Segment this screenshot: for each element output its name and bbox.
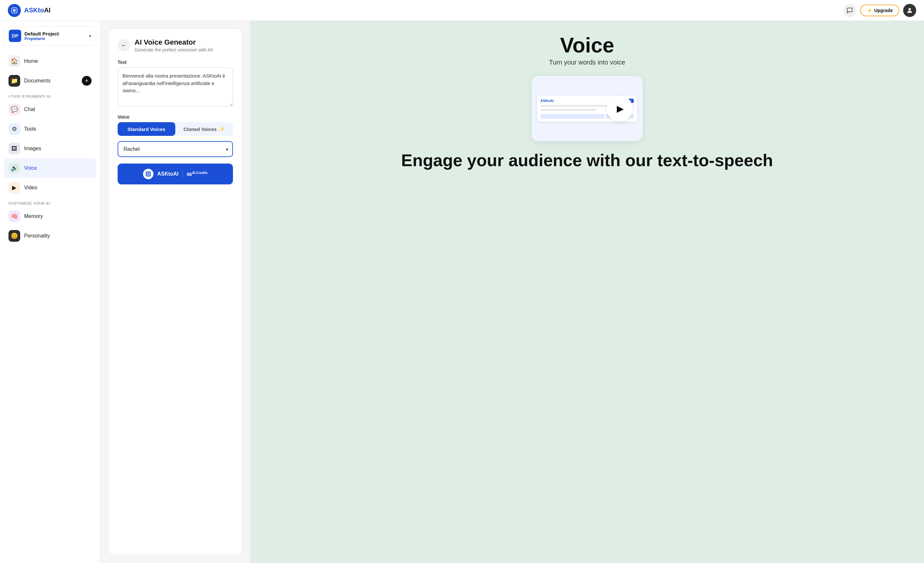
voice-nav-icon: 🔊 xyxy=(9,162,20,174)
images-nav-icon: 🖼 xyxy=(9,143,20,155)
logo-text: ASKtoAI xyxy=(24,6,51,14)
user-avatar[interactable] xyxy=(903,4,916,17)
navbar-right: ⚡ Upgrade xyxy=(843,4,916,17)
panel-title-block: AI Voice Geneator Generate the prefect v… xyxy=(135,38,213,53)
standard-voices-tab[interactable]: Standard Voices xyxy=(118,122,175,136)
upgrade-button[interactable]: ⚡ Upgrade xyxy=(860,5,899,16)
center-panel: ← AI Voice Geneator Generate the prefect… xyxy=(100,21,250,563)
sidebar-item-home[interactable]: 🏠 Home xyxy=(4,51,96,71)
logo-ask: ASK xyxy=(24,6,38,14)
bolt-icon: ⚡ xyxy=(867,8,872,13)
sidebar-item-documents[interactable]: 📁 Documents + xyxy=(4,71,96,90)
sidebar-item-chat[interactable]: 💬 Chat xyxy=(4,100,96,119)
project-selector[interactable]: DP Default Project Propietario ▾ xyxy=(4,26,96,46)
promo-title: Voice xyxy=(549,34,625,57)
project-info: Default Project Propietario xyxy=(24,31,86,41)
panel-header: ← AI Voice Geneator Generate the prefect… xyxy=(118,38,233,53)
logo-to: to xyxy=(38,6,44,14)
voice-field-label: Voice xyxy=(118,114,233,120)
back-button[interactable]: ← xyxy=(118,39,130,51)
sidebar: DP Default Project Propietario ▾ 🏠 Home … xyxy=(0,21,100,563)
tools-label: Tools xyxy=(24,126,36,132)
personality-label: Personality xyxy=(24,233,50,239)
generate-button[interactable]: ASKtoAI 96AI-Credits xyxy=(118,164,233,185)
memory-nav-icon: 🧠 xyxy=(9,210,20,222)
home-icon: 🏠 xyxy=(9,56,20,67)
sidebar-item-video[interactable]: ▶ Video xyxy=(4,178,96,197)
player-card: ASKtoAI Generate ▶ xyxy=(532,76,642,141)
sparkle-icon: ✨ xyxy=(219,126,225,132)
video-nav-icon: ▶ xyxy=(9,182,20,194)
promo-bottom-text: Engage your audience with our text-to-sp… xyxy=(401,151,773,170)
main-content: ← AI Voice Geneator Generate the prefect… xyxy=(100,21,924,563)
promo-bottom: Engage your audience with our text-to-sp… xyxy=(401,151,773,170)
generate-btn-text: ASKtoAI xyxy=(158,171,178,177)
chat-nav-icon: 💬 xyxy=(9,104,20,115)
project-avatar: DP xyxy=(9,30,21,42)
documents-icon: 📁 xyxy=(9,75,20,87)
panel-title: AI Voice Geneator xyxy=(135,38,213,47)
logo-ai: AI xyxy=(44,6,51,14)
sidebar-item-personality[interactable]: 😊 Personality xyxy=(4,226,96,246)
chat-label: Chat xyxy=(24,107,35,113)
voice-generator-card: ← AI Voice Geneator Generate the prefect… xyxy=(108,29,242,555)
customize-section-label: CUSTOMIZE YOUR AI xyxy=(4,197,96,207)
play-icon: ▶ xyxy=(617,103,624,114)
promo-subtitle: Turn your words into voice xyxy=(549,59,625,66)
app-layout: DP Default Project Propietario ▾ 🏠 Home … xyxy=(0,21,924,563)
voice-select-wrapper: Rachel Adam Antoni Arnold Bella ▾ xyxy=(118,141,233,157)
panel-subtitle: Generate the prefect voiceover with AI! xyxy=(135,47,213,53)
cloned-voices-tab[interactable]: Cloned Voices ✨ xyxy=(175,122,233,136)
credits-badge: 96AI-Credits xyxy=(187,171,207,177)
chat-icon xyxy=(846,7,853,14)
sidebar-item-images[interactable]: 🖼 Images xyxy=(4,139,96,158)
sidebar-item-voice[interactable]: 🔊 Voice xyxy=(4,158,96,178)
voice-label: Voice xyxy=(24,165,37,171)
personality-nav-icon: 😊 xyxy=(9,230,20,242)
right-panel: Voice Turn your words into voice ASKtoAI… xyxy=(250,21,924,563)
tools-nav-icon: ⚙ xyxy=(9,123,20,135)
logo-icon xyxy=(8,4,21,17)
add-document-button[interactable]: + xyxy=(82,76,92,86)
logo: ASKtoAI xyxy=(8,4,51,17)
project-role: Propietario xyxy=(24,36,86,41)
memory-label: Memory xyxy=(24,213,43,219)
images-label: Images xyxy=(24,146,41,152)
text-input[interactable]: Benvenuti alla nostra presentazione. ASK… xyxy=(118,68,233,107)
documents-label: Documents xyxy=(24,78,51,84)
svg-rect-1 xyxy=(13,9,16,12)
sidebar-item-tools[interactable]: ⚙ Tools xyxy=(4,119,96,139)
voice-select[interactable]: Rachel Adam Antoni Arnold Bella xyxy=(118,141,233,157)
video-label: Video xyxy=(24,185,38,191)
home-label: Home xyxy=(24,58,38,64)
svg-point-9 xyxy=(147,173,149,175)
play-button[interactable]: ▶ xyxy=(607,96,633,122)
generate-logo-icon xyxy=(143,169,153,179)
navbar-chat-button[interactable] xyxy=(843,4,856,17)
promo-top: Voice Turn your words into voice xyxy=(549,34,625,66)
tools-section-label: I TUOI STRUMENTI AI xyxy=(4,90,96,100)
chevron-down-icon: ▾ xyxy=(89,33,91,38)
svg-point-6 xyxy=(908,8,910,10)
navbar: ASKtoAI ⚡ Upgrade xyxy=(0,0,924,21)
project-name: Default Project xyxy=(24,31,86,36)
upgrade-label: Upgrade xyxy=(874,8,893,13)
voice-tabs: Standard Voices Cloned Voices ✨ xyxy=(118,122,233,136)
text-field-label: Text xyxy=(118,60,233,65)
sidebar-item-memory[interactable]: 🧠 Memory xyxy=(4,207,96,226)
